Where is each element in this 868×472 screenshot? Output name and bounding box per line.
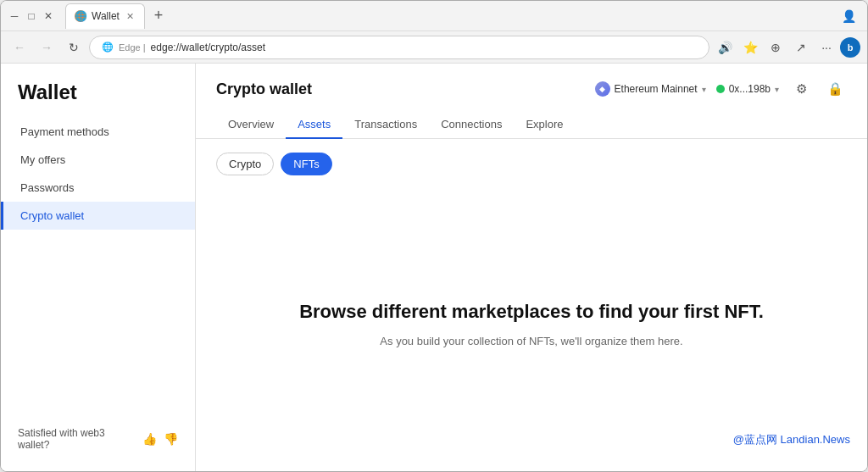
tab-bar: 🌐 Wallet ✕ + xyxy=(65,3,833,29)
title-bar-controls: ─ □ ✕ xyxy=(8,9,55,23)
content-area: Crypto wallet ◆ Ethereum Mainnet ▾ 0x...… xyxy=(196,64,867,471)
nav-right-icons: 🔊 ⭐ ⊕ ↗ ··· b xyxy=(713,36,860,59)
address-text: edge://wallet/crypto/asset xyxy=(151,42,265,53)
tab-close-button[interactable]: ✕ xyxy=(125,11,136,22)
network-label: Ethereum Mainnet xyxy=(615,83,698,95)
lock-icon: 🔒 xyxy=(827,81,843,97)
address-chevron: ▾ xyxy=(775,85,779,94)
settings-button[interactable]: ⚙ xyxy=(789,77,813,101)
tabs-bar: Overview Assets Transactions Connections… xyxy=(196,101,867,139)
address-bar[interactable]: 🌐 Edge | edge://wallet/crypto/asset xyxy=(89,36,709,59)
tab-explore[interactable]: Explore xyxy=(514,111,575,139)
tab-assets[interactable]: Assets xyxy=(286,111,342,139)
sidebar-title: Wallet xyxy=(1,81,195,118)
empty-state-title: Browse different marketplaces to find yo… xyxy=(299,299,764,325)
forward-button[interactable]: → xyxy=(35,36,58,59)
connection-status-dot xyxy=(716,85,725,93)
maximize-button[interactable]: □ xyxy=(25,9,38,23)
refresh-button[interactable]: ↻ xyxy=(62,36,86,59)
network-badge[interactable]: ◆ Ethereum Mainnet ▾ xyxy=(595,81,706,97)
lock-button[interactable]: 🔒 xyxy=(823,77,847,101)
wallet-address-badge[interactable]: 0x...198b ▾ xyxy=(716,83,779,95)
network-chevron: ▾ xyxy=(702,85,706,94)
bing-button[interactable]: b xyxy=(840,37,860,58)
sidebar-item-passwords[interactable]: Passwords xyxy=(1,174,195,202)
read-aloud-button[interactable]: 🔊 xyxy=(713,36,737,59)
profile-button[interactable]: 👤 xyxy=(837,4,860,28)
main-layout: Wallet Payment methods My offers Passwor… xyxy=(1,64,867,471)
more-button[interactable]: ··· xyxy=(815,36,838,59)
page-title: Crypto wallet xyxy=(216,81,312,98)
content-wrapper: Crypto NFTs Browse different marketplace… xyxy=(196,139,867,471)
tab-connections[interactable]: Connections xyxy=(429,111,514,139)
content-header: Crypto wallet ◆ Ethereum Mainnet ▾ 0x...… xyxy=(196,64,867,101)
ethereum-icon: ◆ xyxy=(595,81,610,97)
share-button[interactable]: ↗ xyxy=(789,36,813,59)
close-button[interactable]: ✕ xyxy=(42,9,55,23)
address-bar-icon: 🌐 xyxy=(102,42,114,53)
sidebar-item-my-offers[interactable]: My offers xyxy=(1,146,195,174)
address-prefix: Edge | xyxy=(119,42,146,53)
tab-overview[interactable]: Overview xyxy=(216,111,286,139)
filter-nfts-button[interactable]: NFTs xyxy=(281,153,331,175)
empty-state-subtitle: As you build your collection of NFTs, we… xyxy=(380,335,682,347)
tab-favicon: 🌐 xyxy=(75,10,86,22)
nav-bar: ← → ↻ 🌐 Edge | edge://wallet/crypto/asse… xyxy=(1,31,867,64)
empty-state: Browse different marketplaces to find yo… xyxy=(196,175,867,471)
back-button[interactable]: ← xyxy=(8,36,31,59)
active-tab[interactable]: 🌐 Wallet ✕ xyxy=(65,3,145,29)
thumbs-up-icon[interactable]: 👍 xyxy=(142,432,157,446)
wallet-address-label: 0x...198b xyxy=(729,83,771,95)
collections-button[interactable]: ⊕ xyxy=(764,36,787,59)
tab-title: Wallet xyxy=(92,10,120,22)
new-tab-button[interactable]: + xyxy=(147,4,170,28)
filter-bar: Crypto NFTs xyxy=(196,139,867,175)
title-bar: ─ □ ✕ 🌐 Wallet ✕ + 👤 xyxy=(1,1,867,31)
sidebar-footer: Satisfied with web3 wallet? 👍 👎 xyxy=(1,417,195,461)
sidebar: Wallet Payment methods My offers Passwor… xyxy=(1,64,196,471)
sidebar-item-payment-methods[interactable]: Payment methods xyxy=(1,118,195,146)
watermark: @蓝点网 Landian.News xyxy=(733,432,850,447)
header-right: ◆ Ethereum Mainnet ▾ 0x...198b ▾ ⚙ 🔒 xyxy=(595,77,847,101)
thumbs-down-icon[interactable]: 👎 xyxy=(164,432,178,446)
favorites-button[interactable]: ⭐ xyxy=(738,36,762,59)
tab-transactions[interactable]: Transactions xyxy=(342,111,429,139)
sidebar-item-crypto-wallet[interactable]: Crypto wallet xyxy=(1,202,195,230)
footer-text: Satisfied with web3 wallet? xyxy=(18,427,136,451)
filter-crypto-button[interactable]: Crypto xyxy=(216,153,274,175)
minimize-button[interactable]: ─ xyxy=(8,9,21,23)
